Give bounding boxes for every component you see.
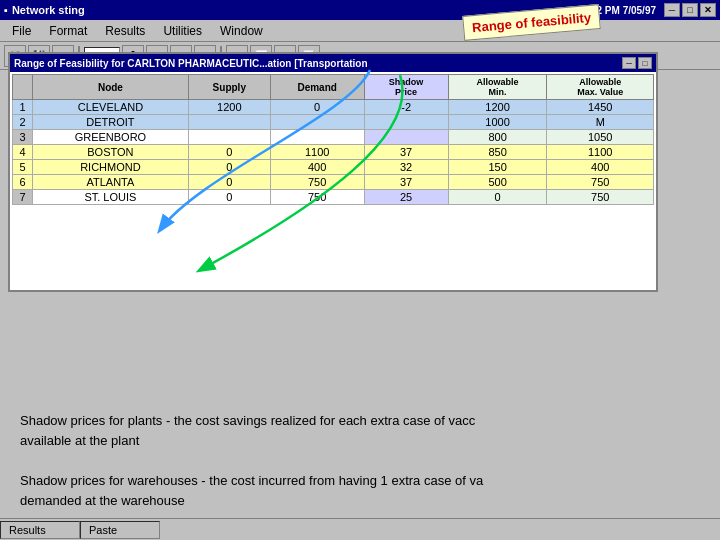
table-row: 5 RICHMOND 0 400 32 150 400 <box>13 160 654 175</box>
cell-node-3: GREENBORO <box>33 130 189 145</box>
cell-shadow-6: 37 <box>364 175 448 190</box>
cell-max-1: 1450 <box>547 100 654 115</box>
cell-demand-1: 0 <box>270 100 364 115</box>
title-controls: ─ □ ✕ <box>664 3 716 17</box>
cell-shadow-3 <box>364 130 448 145</box>
status-item-1: Results <box>0 521 80 539</box>
cell-supply-5: 0 <box>188 160 270 175</box>
cell-node-5: RICHMOND <box>33 160 189 175</box>
cell-node-4: BOSTON <box>33 145 189 160</box>
table-row: 1 CLEVELAND 1200 0 -2 1200 1450 <box>13 100 654 115</box>
menu-window[interactable]: Window <box>212 22 271 40</box>
cell-shadow-7: 25 <box>364 190 448 205</box>
th-node: Node <box>33 75 189 100</box>
th-demand: Demand <box>270 75 364 100</box>
menu-file[interactable]: File <box>4 22 39 40</box>
inner-title-bar: Range of Feasibility for CARLTON PHARMAC… <box>10 54 656 72</box>
cell-min-7: 0 <box>448 190 547 205</box>
cell-max-7: 750 <box>547 190 654 205</box>
cell-shadow-4: 37 <box>364 145 448 160</box>
menu-utilities[interactable]: Utilities <box>155 22 210 40</box>
cell-max-3: 1050 <box>547 130 654 145</box>
title-icon: ▪ <box>4 4 8 16</box>
cell-supply-4: 0 <box>188 145 270 160</box>
main-window: ▪ Network sting 8:42 PM 7/05/97 ─ □ ✕ Fi… <box>0 0 720 540</box>
table-container: Node Supply Demand ShadowPrice Allowable… <box>10 72 656 207</box>
inner-maximize[interactable]: □ <box>638 57 652 69</box>
cell-demand-7: 750 <box>270 190 364 205</box>
th-supply: Supply <box>188 75 270 100</box>
inner-minimize[interactable]: ─ <box>622 57 636 69</box>
cell-min-4: 850 <box>448 145 547 160</box>
info-text-2-line2: demanded at the warehouse <box>20 491 700 511</box>
table-row: 7 ST. LOUIS 0 750 25 0 750 <box>13 190 654 205</box>
cell-node-7: ST. LOUIS <box>33 190 189 205</box>
th-min: AllowableMin. <box>448 75 547 100</box>
info-text-2-line1: Shadow prices for warehouses - the cost … <box>20 471 700 491</box>
cell-demand-2 <box>270 115 364 130</box>
table-row: 3 GREENBORO 800 1050 <box>13 130 654 145</box>
th-shadow: ShadowPrice <box>364 75 448 100</box>
cell-supply-7: 0 <box>188 190 270 205</box>
cell-min-6: 500 <box>448 175 547 190</box>
cell-demand-6: 750 <box>270 175 364 190</box>
cell-max-6: 750 <box>547 175 654 190</box>
cell-max-4: 1100 <box>547 145 654 160</box>
title-bar: ▪ Network sting 8:42 PM 7/05/97 ─ □ ✕ <box>0 0 720 20</box>
cell-min-5: 150 <box>448 160 547 175</box>
cell-num-6: 6 <box>13 175 33 190</box>
minimize-button[interactable]: ─ <box>664 3 680 17</box>
cell-min-3: 800 <box>448 130 547 145</box>
cell-demand-4: 1100 <box>270 145 364 160</box>
menu-format[interactable]: Format <box>41 22 95 40</box>
cell-node-6: ATLANTA <box>33 175 189 190</box>
cell-max-5: 400 <box>547 160 654 175</box>
info-text-1-line2: available at the plant <box>20 431 700 451</box>
info-text-1: Shadow prices for plants - the cost savi… <box>20 411 700 450</box>
cell-supply-3 <box>188 130 270 145</box>
th-num <box>13 75 33 100</box>
inner-window: Range of Feasibility for CARLTON PHARMAC… <box>8 52 658 292</box>
table-header-row: Node Supply Demand ShadowPrice Allowable… <box>13 75 654 100</box>
maximize-button[interactable]: □ <box>682 3 698 17</box>
cell-num-2: 2 <box>13 115 33 130</box>
status-bar: Results Paste <box>0 518 720 540</box>
info-text-1-line1: Shadow prices for plants - the cost savi… <box>20 411 700 431</box>
cell-supply-6: 0 <box>188 175 270 190</box>
table-row: 6 ATLANTA 0 750 37 500 750 <box>13 175 654 190</box>
cell-num-5: 5 <box>13 160 33 175</box>
status-item-2: Paste <box>80 521 160 539</box>
data-table: Node Supply Demand ShadowPrice Allowable… <box>12 74 654 205</box>
title-text: Network sting <box>12 4 85 16</box>
cell-num-4: 4 <box>13 145 33 160</box>
title-right: 8:42 PM 7/05/97 ─ □ ✕ <box>582 3 716 17</box>
menu-bar: File Format Results Utilities Window <box>0 20 720 42</box>
cell-node-2: DETROIT <box>33 115 189 130</box>
table-row: 4 BOSTON 0 1100 37 850 1100 <box>13 145 654 160</box>
cell-demand-5: 400 <box>270 160 364 175</box>
inner-title-controls: ─ □ <box>622 57 652 69</box>
cell-demand-3 <box>270 130 364 145</box>
cell-min-1: 1200 <box>448 100 547 115</box>
cell-supply-1: 1200 <box>188 100 270 115</box>
info-text-2: Shadow prices for warehouses - the cost … <box>20 471 700 510</box>
close-button[interactable]: ✕ <box>700 3 716 17</box>
cell-num-1: 1 <box>13 100 33 115</box>
cell-min-2: 1000 <box>448 115 547 130</box>
cell-shadow-1: -2 <box>364 100 448 115</box>
table-row: 2 DETROIT 1000 M <box>13 115 654 130</box>
cell-num-7: 7 <box>13 190 33 205</box>
inner-title-text: Range of Feasibility for CARLTON PHARMAC… <box>14 58 368 69</box>
cell-max-2: M <box>547 115 654 130</box>
menu-results[interactable]: Results <box>97 22 153 40</box>
th-max: AllowableMax. Value <box>547 75 654 100</box>
cell-shadow-5: 32 <box>364 160 448 175</box>
cell-shadow-2 <box>364 115 448 130</box>
cell-supply-2 <box>188 115 270 130</box>
cell-num-3: 3 <box>13 130 33 145</box>
title-bar-left: ▪ Network sting <box>4 4 85 16</box>
cell-node-1: CLEVELAND <box>33 100 189 115</box>
